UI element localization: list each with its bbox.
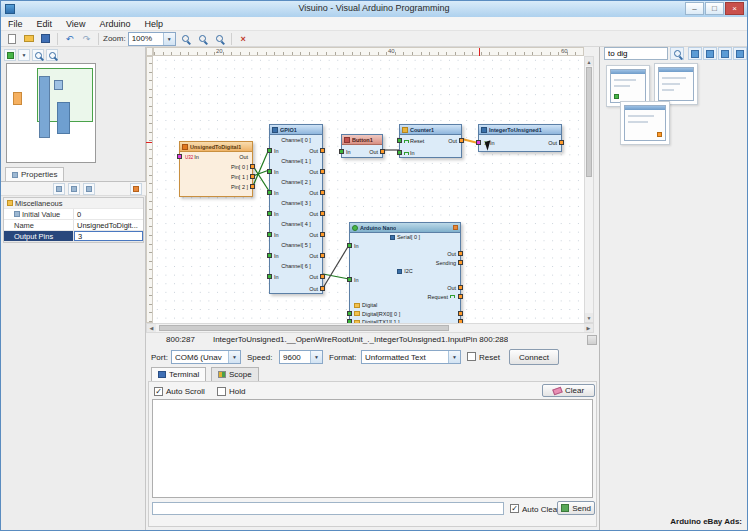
input-pin[interactable]: [267, 253, 272, 258]
scroll-right-icon[interactable]: ▶: [584, 324, 593, 332]
property-row-initial-value[interactable]: Initial Value 0: [4, 209, 143, 220]
menu-edit[interactable]: Edit: [30, 17, 60, 30]
input-pin[interactable]: [339, 149, 344, 154]
connect-button[interactable]: Connect: [509, 349, 559, 365]
minimap[interactable]: [6, 63, 96, 163]
output-pin[interactable]: [320, 286, 325, 291]
component-button1[interactable]: Button1 In Out: [341, 134, 383, 158]
output-pin[interactable]: [250, 164, 255, 169]
input-pin[interactable]: [347, 277, 352, 282]
output-pin[interactable]: [458, 285, 463, 290]
component-counter1[interactable]: Counter1 Reset Out In: [399, 124, 462, 158]
reset-checkbox[interactable]: [467, 352, 476, 361]
minimap-zoom-out-button[interactable]: [46, 49, 58, 61]
palette-tile[interactable]: [620, 101, 670, 145]
pin-panel-button[interactable]: [130, 183, 142, 195]
property-row-name[interactable]: Name UnsignedToDigit...: [4, 220, 143, 231]
filter-button[interactable]: [688, 47, 702, 60]
menu-arduino[interactable]: Arduino: [92, 17, 137, 30]
port-select[interactable]: COM6 (Unav ▼: [171, 350, 241, 364]
output-pin[interactable]: [320, 211, 325, 216]
input-pin[interactable]: [397, 150, 402, 155]
input-pin[interactable]: [177, 154, 182, 159]
scroll-left-icon[interactable]: ◀: [147, 324, 156, 332]
output-pin[interactable]: [459, 138, 464, 143]
clear-button[interactable]: Clear: [542, 384, 595, 397]
tab-scope[interactable]: Scope: [211, 367, 259, 381]
sort-category-button[interactable]: [68, 183, 80, 195]
minimize-button[interactable]: –: [685, 2, 704, 15]
component-unsignedtodigital1[interactable]: UnsignedToDigital1 U32 In Out Pin[ 0 ] P…: [179, 141, 253, 197]
search-button[interactable]: [670, 47, 684, 60]
input-pin[interactable]: [267, 274, 272, 279]
auto-scroll-checkbox[interactable]: ✓: [154, 387, 163, 396]
zoom-select[interactable]: 100% ▼: [128, 32, 176, 46]
categories-button[interactable]: [733, 47, 747, 60]
property-value[interactable]: 3: [74, 231, 143, 241]
input-pin[interactable]: [347, 311, 352, 316]
output-pin[interactable]: [458, 260, 463, 265]
input-pin[interactable]: [267, 211, 272, 216]
canvas-horizontal-scrollbar[interactable]: ◀ ▶: [146, 323, 594, 333]
output-pin[interactable]: [250, 174, 255, 179]
output-pin[interactable]: [320, 274, 325, 279]
minimap-dropdown-button[interactable]: ▼: [18, 49, 30, 61]
tab-terminal[interactable]: Terminal: [151, 367, 206, 381]
sort-alpha-button[interactable]: [53, 183, 65, 195]
new-project-button[interactable]: [4, 32, 19, 45]
view-large-button[interactable]: [703, 47, 717, 60]
save-project-button[interactable]: [38, 32, 53, 45]
scroll-down-icon[interactable]: ▼: [585, 313, 593, 322]
component-search-input[interactable]: [604, 47, 668, 60]
send-button[interactable]: Send: [557, 501, 595, 515]
canvas-vertical-scrollbar[interactable]: ▲ ▼: [584, 56, 594, 323]
input-pin[interactable]: [347, 243, 352, 248]
hold-checkbox[interactable]: [217, 387, 226, 396]
menu-file[interactable]: File: [1, 17, 30, 30]
zoom-in-button[interactable]: [195, 32, 210, 45]
scrollbar-thumb[interactable]: [159, 325, 449, 331]
component-arduino-nano[interactable]: Arduino Nano Serial[ 0 ] In Out Sending: [349, 222, 461, 323]
output-pin[interactable]: [559, 140, 564, 145]
zoom-fit-button[interactable]: [178, 32, 193, 45]
component-gpio1[interactable]: GPIO1 Channel[ 0 ] In Out Channel[ 1 ] I…: [269, 124, 323, 294]
close-button[interactable]: ×: [725, 2, 744, 15]
input-pin[interactable]: [267, 148, 272, 153]
terminal-output[interactable]: [152, 399, 593, 498]
output-pin[interactable]: [250, 184, 255, 189]
delete-button[interactable]: ×: [236, 32, 251, 45]
property-value[interactable]: 0: [74, 209, 143, 219]
auto-clear-checkbox[interactable]: ✓: [510, 504, 519, 513]
output-pin[interactable]: [320, 232, 325, 237]
format-select[interactable]: Unformatted Text ▼: [361, 350, 461, 364]
expand-all-button[interactable]: [83, 183, 95, 195]
zoom-out-button[interactable]: [212, 32, 227, 45]
output-pin[interactable]: [320, 253, 325, 258]
input-pin[interactable]: [476, 140, 481, 145]
output-pin[interactable]: [458, 294, 463, 299]
scrollbar-thumb[interactable]: [586, 67, 592, 177]
view-list-button[interactable]: [718, 47, 732, 60]
output-pin[interactable]: [320, 169, 325, 174]
input-pin[interactable]: [267, 169, 272, 174]
terminal-input[interactable]: [152, 502, 504, 515]
panel-grip-icon[interactable]: [587, 335, 597, 345]
menu-help[interactable]: Help: [137, 17, 170, 30]
input-pin[interactable]: [397, 138, 402, 143]
tab-properties[interactable]: Properties: [5, 167, 64, 181]
open-project-button[interactable]: [21, 32, 36, 45]
property-row-output-pins[interactable]: Output Pins 3: [4, 231, 143, 242]
maximize-button[interactable]: □: [705, 2, 724, 15]
output-pin[interactable]: [458, 251, 463, 256]
speed-select[interactable]: 9600 ▼: [279, 350, 323, 364]
output-pin[interactable]: [380, 149, 385, 154]
property-value[interactable]: UnsignedToDigit...: [74, 220, 143, 230]
design-canvas[interactable]: UnsignedToDigital1 U32 In Out Pin[ 0 ] P…: [153, 56, 584, 323]
minimap-mode-button[interactable]: [4, 49, 16, 61]
menu-view[interactable]: View: [59, 17, 92, 30]
redo-button[interactable]: ↷: [79, 32, 94, 45]
palette-tile[interactable]: [654, 63, 698, 105]
output-pin[interactable]: [320, 190, 325, 195]
input-pin[interactable]: [267, 232, 272, 237]
scroll-up-icon[interactable]: ▲: [585, 57, 593, 66]
